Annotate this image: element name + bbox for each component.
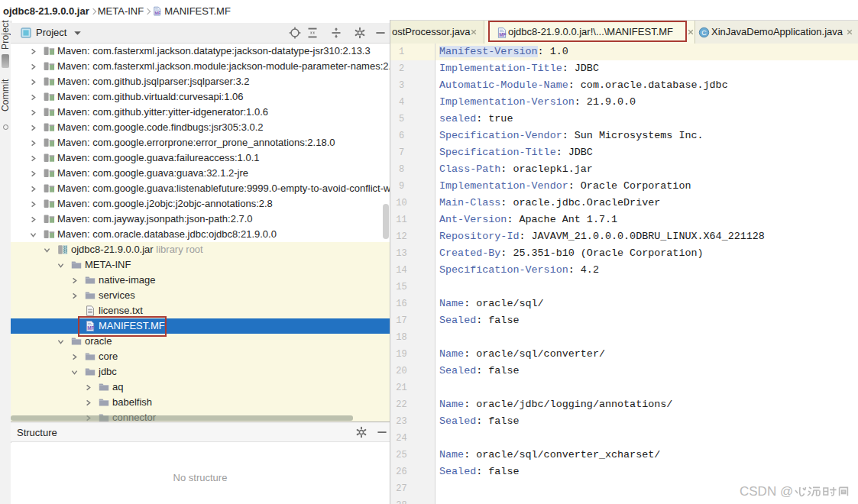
svg-text:MF: MF: [155, 11, 161, 15]
svg-text:C: C: [701, 29, 707, 37]
